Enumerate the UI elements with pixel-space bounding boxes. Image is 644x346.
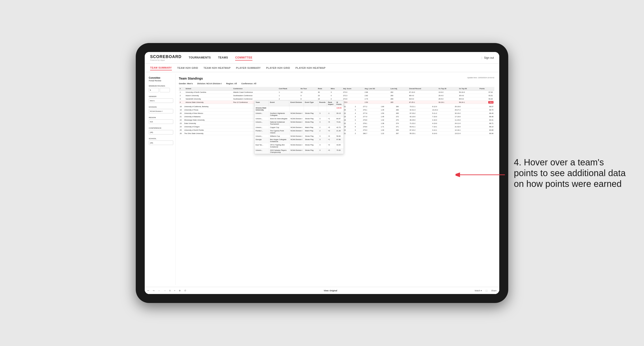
forward-button[interactable]: → <box>164 290 166 292</box>
region-select[interactable]: N/A <box>149 119 173 124</box>
tooltip-header: Team Event Event Division Event Type Rou… <box>254 101 344 106</box>
col-rnds: Rnds <box>317 87 330 91</box>
filter-gender: Gender Men's <box>149 95 173 103</box>
panel-subtitle: Portal Review <box>149 80 173 82</box>
tooltip-popup: Team Event Event Division Event Type Rou… <box>254 100 344 154</box>
view-original-button[interactable]: View: Original <box>324 290 337 292</box>
nav-teams[interactable]: TEAMS <box>218 55 228 60</box>
red-arrow-icon <box>456 166 509 184</box>
range-high-input[interactable] <box>160 88 170 92</box>
range-low-input[interactable] <box>149 88 159 92</box>
share-button[interactable]: Share <box>491 290 496 292</box>
col-points: Points <box>478 87 494 91</box>
points-cell[interactable]: 90.20 <box>488 98 494 100</box>
col-low-adj: Low Adj. <box>390 87 408 91</box>
col-wins: Wins <box>330 87 342 91</box>
subnav-team-h2h-heatmap[interactable]: TEAM H2H HEATMAP <box>204 66 231 70</box>
table-row: 3Vanderbilt UniversitySoutheastern Confe… <box>179 97 494 101</box>
annotation-text: 4. Hover over a team's points to see add… <box>514 157 626 189</box>
time-button[interactable]: ⏱ <box>184 290 186 292</box>
redo-button[interactable]: ↪ <box>153 290 154 292</box>
update-time: Update time: 13/03/2024 10:03:42 <box>467 77 494 79</box>
bottom-toolbar: ↩ ↪ ← → ⎘ + ⚙ ⏱ View: Original Watch ▾ ⬚… <box>145 287 499 294</box>
col-conference: Conference <box>232 87 278 91</box>
share-icon[interactable]: ⬚ <box>486 290 488 292</box>
logo-sub: Powered by clippd <box>150 59 182 61</box>
gender-select[interactable]: Men's <box>149 98 173 103</box>
col-adj-score: Adj. Score <box>342 87 364 91</box>
settings-button[interactable]: ⚙ <box>179 290 181 292</box>
subnav-player-h2h-heatmap[interactable]: PLAYER H2H HEATMAP <box>296 66 326 70</box>
subnav-team-h2h-grid[interactable]: TEAM H2H GRID <box>177 66 198 70</box>
filter-division: Division NCAA Division I <box>149 106 173 113</box>
logo-text: SCOREBOARD <box>150 54 182 59</box>
copy-button[interactable]: ⎘ <box>170 290 170 292</box>
filter-conference-display: Conference: All <box>241 82 256 85</box>
annotation-area: 4. Hover over a team's points to see add… <box>514 157 626 189</box>
tooltip-row: Georgia Ben Hogan Collegiate Invitationa… <box>254 138 344 143</box>
tooltip-row: Univers... Southern Highlands Collegiate… <box>254 112 344 117</box>
gender-label: Gender <box>149 95 173 97</box>
tooltip-row: Arizona State University 119.63 <box>254 106 344 112</box>
nav-committee[interactable]: COMMITTEE <box>235 55 252 60</box>
nav-links: TOURNAMENTS TEAMS COMMITTEE <box>189 55 482 60</box>
col-vs25: Vs Top 25 <box>438 87 458 91</box>
conference-select[interactable]: (All) <box>149 130 173 135</box>
region-label: Region <box>149 117 173 119</box>
subnav-player-summary[interactable]: PLAYER SUMMARY <box>236 66 261 70</box>
points-cell[interactable]: 93.31 <box>488 94 494 97</box>
tooltip-row: Florida I... The Cypress Point Classic N… <box>254 129 344 135</box>
tooltip-row: Univers... Amer An Intercollegiate NCAA … <box>254 117 344 120</box>
tooltip-row: Univers... 2023 Sahalee Players Champion… <box>254 149 344 154</box>
main-content: Committee Portal Review Minimum Rounds G… <box>145 72 499 294</box>
school-select[interactable]: (All) <box>149 141 173 145</box>
right-panel: Team Standings Update time: 13/03/2024 1… <box>176 74 498 285</box>
tooltip-row: Univers... National Invitational Tournam… <box>254 120 344 126</box>
subnav-player-h2h-grid[interactable]: PLAYER H2H GRID <box>266 66 290 70</box>
filter-region: Region N/A <box>149 117 173 124</box>
table-row: 1University of North CarolinaAtlantic Co… <box>179 91 494 94</box>
tooltip-row: Univers... Williams Cup NCAA Division I … <box>254 135 344 138</box>
col-overall: Overall Record <box>408 87 438 91</box>
undo-button[interactable]: ↩ <box>148 290 149 292</box>
app-view: Committee Portal Review Minimum Rounds G… <box>145 72 499 294</box>
standings-title: Team Standings <box>179 77 203 80</box>
paste-button[interactable]: + <box>174 290 175 292</box>
filters-row: Gender: Men's Division: NCAA Division I … <box>179 82 494 85</box>
filter-region-display: Region: All <box>226 82 237 85</box>
tooltip-row: Univers... Copper Cup NCAA Division I Ma… <box>254 126 344 129</box>
report-container: Committee Portal Review Minimum Rounds G… <box>145 72 499 287</box>
standings-header: Team Standings Update time: 13/03/2024 1… <box>179 77 494 80</box>
col-conf-rank: Conf Rank <box>278 87 300 91</box>
filter-school: School (All) <box>149 138 173 145</box>
subnav-team-summary[interactable]: TEAM SUMMARY <box>150 65 172 70</box>
division-label: Division <box>149 106 173 108</box>
range-inputs <box>149 88 173 92</box>
col-rank: # <box>179 87 185 91</box>
top-nav: SCOREBOARD Powered by clippd TOURNAMENTS… <box>145 52 499 64</box>
points-cell-highlighted[interactable]: 79.5 <box>488 101 494 104</box>
left-panel: Committee Portal Review Minimum Rounds G… <box>146 74 176 285</box>
col-vs50: Vs Top 50 <box>458 87 478 91</box>
points-cell[interactable]: 97.02 <box>488 91 494 93</box>
conference-label: Conference <box>149 127 173 129</box>
tablet-frame: SCOREBOARD Powered by clippd TOURNAMENTS… <box>136 43 508 303</box>
col-tours: No Tour <box>300 87 317 91</box>
logo-area: SCOREBOARD Powered by clippd <box>150 54 182 61</box>
nav-tournaments[interactable]: TOURNAMENTS <box>189 55 211 60</box>
filter-conference: Conference (All) <box>149 127 173 135</box>
col-school: School <box>185 87 232 91</box>
filter-division-display: Division: NCAA Division I <box>197 82 222 85</box>
divider: | <box>482 56 482 59</box>
division-select[interactable]: NCAA Division I <box>149 109 173 113</box>
sign-out-area: | Sign out <box>482 56 494 59</box>
filter-gender-display: Gender: Men's <box>179 82 193 85</box>
watch-button[interactable]: Watch ▾ <box>474 290 482 292</box>
sub-nav: TEAM SUMMARY TEAM H2H GRID TEAM H2H HEAT… <box>145 64 499 72</box>
school-label: School <box>149 138 173 140</box>
sign-out-link[interactable]: Sign out <box>484 56 494 59</box>
panel-title: Committee <box>149 77 173 79</box>
table-row: 2Auburn UniversitySoutheastern Conferenc… <box>179 94 494 97</box>
back-button[interactable]: ← <box>158 290 160 292</box>
tablet-screen: SCOREBOARD Powered by clippd TOURNAMENTS… <box>145 52 499 294</box>
